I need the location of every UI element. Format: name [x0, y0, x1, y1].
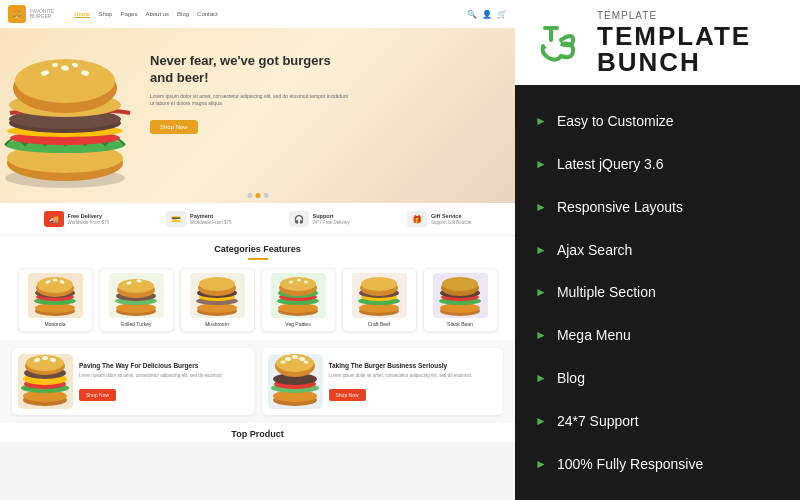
brand-sub-name: BUNCH	[597, 49, 751, 75]
svg-point-25	[52, 279, 57, 282]
category-image	[433, 273, 488, 318]
promo-button-1[interactable]: Shop Now	[79, 389, 116, 401]
brand-main-name: TEMPLATE	[597, 23, 751, 49]
promo-card-2: Taking The Burger Business Seriously Lor…	[262, 348, 504, 415]
svg-point-33	[118, 279, 154, 293]
logo-text: FAVORITE BURGER	[30, 9, 54, 19]
category-image	[109, 273, 164, 318]
features-list: ► Easy to Customize ► Latest jQuery 3.6 …	[515, 85, 800, 500]
cart-icon[interactable]: 🛒	[497, 10, 507, 19]
category-item[interactable]: Grilled Turkey	[99, 268, 174, 332]
category-name: Stank Bean	[428, 321, 493, 327]
feature-label-5: Multiple Section	[557, 284, 656, 300]
category-name: Grilled Turkey	[104, 321, 169, 327]
features-bar: 🚚 Free DeliveryWorldwide From $75 💳 Paym…	[0, 203, 515, 236]
svg-point-53	[297, 279, 301, 282]
arrow-icon-7: ►	[535, 371, 547, 385]
shop-now-button[interactable]: Shop Now	[150, 120, 198, 134]
payment-icon: 💳	[166, 211, 186, 227]
support-icon: 🎧	[289, 211, 309, 227]
navbar: 🍔 FAVORITE BURGER Home Shop Pages About …	[0, 0, 515, 28]
promo-image-1	[18, 354, 73, 409]
feature-label-4: Ajax Search	[557, 242, 632, 258]
promo-desc-1: Lorem ipsum dolor sit amet, consectetur …	[79, 373, 223, 379]
feature-row-7: ► Blog	[535, 367, 780, 389]
category-name: Veg Patties	[266, 321, 331, 327]
svg-point-52	[289, 281, 293, 284]
arrow-icon-8: ►	[535, 414, 547, 428]
category-item[interactable]: Monorola	[18, 268, 93, 332]
right-panel: TEMPLATE TEMPLATE BUNCH ► Easy to Custom…	[515, 0, 800, 500]
feature-row-8: ► 24*7 Support	[535, 410, 780, 432]
feature-payment: 💳 PaymentWorldwide From $75	[166, 211, 231, 227]
site-logo: 🍔 FAVORITE BURGER	[8, 5, 54, 23]
nav-blog[interactable]: Blog	[177, 11, 189, 18]
promo-title-2: Taking The Burger Business Seriously	[329, 362, 473, 370]
categories-title: Categories Features	[12, 244, 503, 254]
hero-section: Never fear, we've got burgers and beer! …	[0, 28, 515, 203]
svg-rect-96	[535, 18, 585, 68]
brand-logo-icon	[535, 18, 585, 68]
feature-row-4: ► Ajax Search	[535, 239, 780, 261]
nav-pages[interactable]: Pages	[120, 11, 137, 18]
feature-gift: 🎁 Gift ServiceSupport Gift Bouche	[407, 211, 472, 227]
payment-text: PaymentWorldwide From $75	[190, 213, 231, 226]
nav-shop[interactable]: Shop	[98, 11, 112, 18]
hero-text-block: Never fear, we've got burgers and beer! …	[150, 53, 350, 134]
arrow-icon-1: ►	[535, 114, 547, 128]
feature-label-7: Blog	[557, 370, 585, 386]
nav-home[interactable]: Home	[74, 11, 90, 18]
category-name: Mushroom	[185, 321, 250, 327]
category-item[interactable]: Craft Beef	[342, 268, 417, 332]
feature-delivery: 🚚 Free DeliveryWorldwide From $75	[44, 211, 109, 227]
brand-header: TEMPLATE TEMPLATE BUNCH	[515, 0, 800, 85]
gift-icon: 🎁	[407, 211, 427, 227]
feature-row-6: ► Mega Menu	[535, 324, 780, 346]
category-name: Craft Beef	[347, 321, 412, 327]
promo-card-1: Paving The Way For Delicious Burgers Lor…	[12, 348, 254, 415]
dot-1[interactable]	[247, 193, 252, 198]
category-image	[190, 273, 245, 318]
category-item[interactable]: Veg Patties	[261, 268, 336, 332]
brand-tagline: TEMPLATE	[597, 10, 751, 21]
feature-label-1: Easy to Customize	[557, 113, 674, 129]
hero-description: Lorem ipsum dolor sit amet, consectetur …	[150, 93, 350, 107]
svg-point-81	[42, 356, 48, 360]
gift-text: Gift ServiceSupport Gift Bouche	[431, 213, 472, 226]
dot-3[interactable]	[263, 193, 268, 198]
logo-icon: 🍔	[8, 5, 26, 23]
nav-about[interactable]: About us	[145, 11, 169, 18]
promo-image-2	[268, 354, 323, 409]
arrow-icon-9: ►	[535, 457, 547, 471]
feature-label-3: Responsive Layouts	[557, 199, 683, 215]
user-icon[interactable]: 👤	[482, 10, 492, 19]
feature-row-9: ► 100% Fully Responsive	[535, 453, 780, 475]
promo-title-1: Paving The Way For Delicious Burgers	[79, 362, 223, 370]
dot-2[interactable]	[255, 193, 260, 198]
svg-point-43	[199, 277, 235, 291]
category-item[interactable]: Stank Bean	[423, 268, 498, 332]
nav-contact[interactable]: Contact	[197, 11, 218, 18]
promo-desc-2: Lorem ipsum dolor sit amet, consectetur …	[329, 373, 473, 379]
feature-row-5: ► Multiple Section	[535, 281, 780, 303]
category-grid: Monorola Grilled Turk	[12, 268, 503, 332]
arrow-icon-6: ►	[535, 328, 547, 342]
arrow-icon-3: ►	[535, 200, 547, 214]
categories-section: Categories Features	[0, 236, 515, 340]
feature-label-2: Latest jQuery 3.6	[557, 156, 664, 172]
arrow-icon-5: ►	[535, 285, 547, 299]
title-divider	[248, 258, 268, 260]
promo-content-2: Taking The Burger Business Seriously Lor…	[329, 362, 473, 402]
category-item[interactable]: Mushroom	[180, 268, 255, 332]
category-image	[271, 273, 326, 318]
hero-burger-image	[0, 33, 150, 193]
feature-row-2: ► Latest jQuery 3.6	[535, 153, 780, 175]
category-name: Monorola	[23, 321, 88, 327]
category-image	[28, 273, 83, 318]
promo-button-2[interactable]: Shop Now	[329, 389, 366, 401]
svg-point-54	[304, 281, 308, 284]
search-icon[interactable]: 🔍	[467, 10, 477, 19]
feature-label-6: Mega Menu	[557, 327, 631, 343]
feature-label-9: 100% Fully Responsive	[557, 456, 703, 472]
svg-point-92	[292, 355, 298, 359]
